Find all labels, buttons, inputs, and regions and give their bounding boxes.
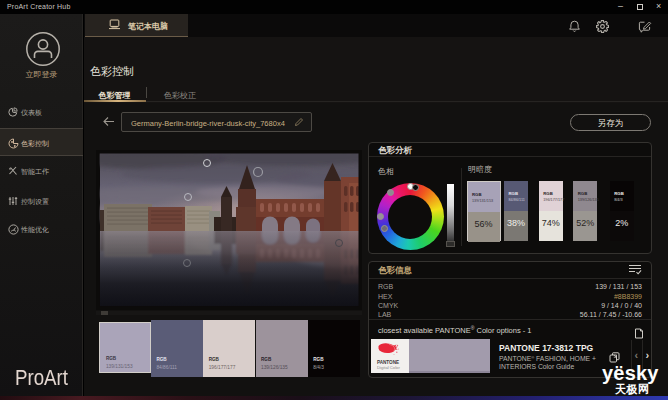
svg-text:Digital Color: Digital Color — [377, 365, 400, 370]
